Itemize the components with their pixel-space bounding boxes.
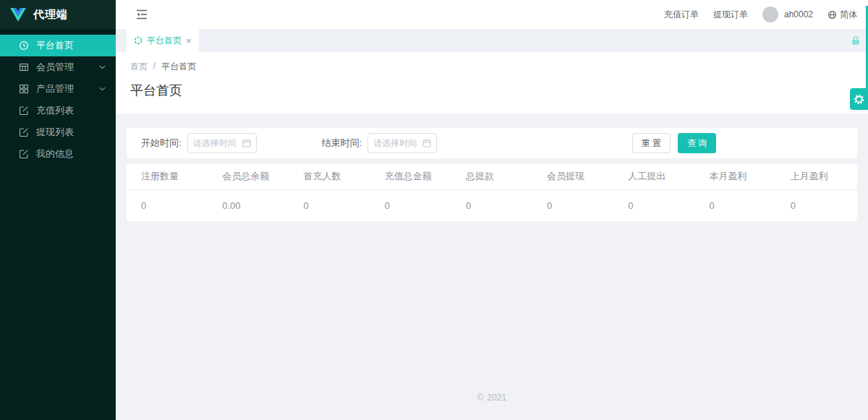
cell-manual-withdraw: 0 — [613, 189, 694, 221]
table-row: 0 0.00 0 0 0 0 0 0 0 — [127, 189, 857, 221]
sidebar-item-label: 会员管理 — [36, 61, 99, 74]
cell-member-withdraw: 0 — [532, 189, 613, 221]
sidebar-item-product-management[interactable]: 产品管理 — [0, 78, 116, 100]
vue-logo-icon — [10, 8, 26, 22]
recharge-orders-link[interactable]: 充值订单 — [664, 9, 699, 21]
table-header-row: 注册数量 会员总余额 首充人数 充值总金额 总提款 会员提现 人工提出 本月盈利… — [127, 164, 857, 189]
col-header: 会员提现 — [532, 164, 613, 189]
stats-table: 注册数量 会员总余额 首充人数 充值总金额 总提款 会员提现 人工提出 本月盈利… — [127, 164, 857, 221]
end-time-picker[interactable] — [367, 133, 437, 153]
sidebar-item-platform-home[interactable]: 平台首页 — [0, 35, 116, 56]
topbar: 充值订单 提现订单 ah0002 简体 — [116, 0, 868, 29]
tab-platform-home[interactable]: 平台首页 × — [127, 29, 199, 52]
username: ah0002 — [784, 9, 813, 20]
dashboard-icon — [19, 40, 29, 51]
app-title: 代理端 — [33, 8, 68, 22]
cell-first-charge-count: 0 — [289, 189, 370, 221]
col-header: 首充人数 — [289, 164, 370, 189]
globe-icon — [827, 10, 837, 20]
settings-button[interactable] — [850, 88, 868, 110]
app-logo: 代理端 — [0, 0, 116, 29]
filter-actions: 重置 查询 — [632, 133, 716, 153]
search-button[interactable]: 查询 — [678, 133, 716, 153]
reset-button[interactable]: 重置 — [632, 133, 671, 153]
table-icon — [19, 62, 29, 72]
start-time-picker[interactable] — [187, 133, 257, 153]
sidebar-menu: 平台首页 会员管理 — [0, 29, 116, 165]
footer: © 2021 — [127, 393, 857, 420]
sidebar-item-my-info[interactable]: 我的信息 — [0, 143, 116, 165]
cell-total-withdraw: 0 — [451, 189, 532, 221]
language-label: 简体 — [840, 9, 857, 21]
breadcrumb: 首页 / 平台首页 — [130, 61, 854, 73]
cell-member-total-balance: 0.00 — [208, 189, 289, 221]
appstore-icon — [19, 84, 29, 94]
sidebar: 代理端 平台首页 — [0, 0, 116, 420]
lock-icon[interactable] — [851, 35, 861, 46]
col-header: 人工提出 — [613, 164, 694, 189]
cell-recharge-total: 0 — [370, 189, 451, 221]
col-header: 充值总金额 — [370, 164, 451, 189]
edit-square-icon — [19, 106, 29, 116]
sidebar-item-withdraw-list[interactable]: 提现列表 — [0, 121, 116, 143]
content: 开始时间: 结束时间: — [116, 113, 868, 420]
breadcrumb-home[interactable]: 首页 — [130, 61, 148, 73]
cell-last-month-profit: 0 — [776, 189, 857, 221]
edit-square-icon — [19, 127, 29, 137]
app-window: 代理端 平台首页 — [0, 0, 868, 420]
end-time-group: 结束时间: — [322, 133, 438, 153]
cell-month-profit: 0 — [695, 189, 776, 221]
main-area: 充值订单 提现订单 ah0002 简体 — [116, 0, 868, 420]
close-icon[interactable]: × — [186, 36, 192, 46]
avatar — [762, 7, 778, 22]
page-header: 首页 / 平台首页 平台首页 — [116, 52, 868, 113]
filter-bar: 开始时间: 结束时间: — [127, 128, 857, 158]
chevron-down-icon — [99, 65, 106, 69]
start-time-input[interactable] — [193, 138, 239, 148]
sidebar-item-label: 产品管理 — [36, 82, 99, 95]
sidebar-item-label: 我的信息 — [36, 147, 106, 160]
col-header: 上月盈利 — [776, 164, 857, 189]
breadcrumb-current: 平台首页 — [161, 61, 196, 73]
menu-fold-icon[interactable] — [136, 9, 148, 20]
sidebar-item-label: 平台首页 — [36, 39, 106, 52]
refresh-icon[interactable] — [134, 36, 142, 45]
breadcrumb-separator: / — [153, 61, 156, 73]
chevron-down-icon — [99, 87, 106, 91]
gear-icon — [853, 93, 865, 106]
edit-square-icon — [19, 149, 29, 159]
tab-label: 平台首页 — [147, 35, 182, 47]
copyright-icon: © — [477, 393, 484, 403]
user-menu[interactable]: ah0002 — [762, 7, 813, 22]
end-time-input[interactable] — [373, 138, 420, 148]
col-header: 本月盈利 — [695, 164, 776, 189]
sidebar-item-recharge-list[interactable]: 充值列表 — [0, 100, 116, 121]
language-switch[interactable]: 简体 — [827, 9, 857, 21]
page-title: 平台首页 — [130, 82, 854, 99]
col-header: 注册数量 — [127, 164, 208, 189]
cell-register-count: 0 — [127, 189, 208, 221]
sidebar-item-label: 充值列表 — [36, 104, 106, 117]
withdraw-orders-link[interactable]: 提现订单 — [713, 9, 748, 21]
topbar-right: 充值订单 提现订单 ah0002 简体 — [664, 7, 857, 22]
col-header: 会员总余额 — [208, 164, 289, 189]
sidebar-item-label: 提现列表 — [36, 126, 106, 139]
footer-year: 2021 — [488, 393, 507, 403]
end-time-label: 结束时间: — [322, 137, 362, 150]
tab-bar: 平台首页 × — [116, 29, 868, 52]
calendar-icon — [422, 139, 431, 147]
start-time-label: 开始时间: — [141, 137, 182, 150]
col-header: 总提款 — [451, 164, 532, 189]
calendar-icon — [242, 139, 251, 147]
sidebar-item-member-management[interactable]: 会员管理 — [0, 56, 116, 78]
stats-table-card: 注册数量 会员总余额 首充人数 充值总金额 总提款 会员提现 人工提出 本月盈利… — [127, 164, 857, 221]
